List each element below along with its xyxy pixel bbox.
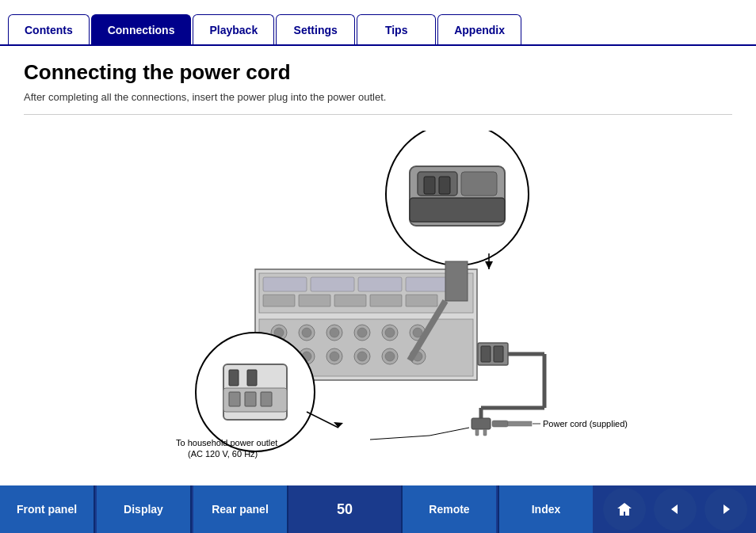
svg-rect-47 <box>508 421 532 426</box>
svg-rect-8 <box>334 295 366 306</box>
svg-rect-59 <box>245 392 256 406</box>
diagram-area: Power cord (supplied) To household power… <box>24 124 732 465</box>
svg-rect-45 <box>483 429 487 436</box>
svg-line-61 <box>307 412 338 428</box>
nav-icon-buttons <box>594 488 756 531</box>
svg-rect-71 <box>410 198 505 222</box>
svg-point-17 <box>330 328 339 337</box>
svg-point-21 <box>385 328 395 337</box>
svg-marker-75 <box>485 261 493 269</box>
svg-text:To household power outlet: To household power outlet <box>176 438 277 447</box>
page-subtitle: After completing all the connections, in… <box>24 91 732 115</box>
svg-rect-5 <box>406 277 449 291</box>
svg-text:Power cord (supplied): Power cord (supplied) <box>543 419 628 428</box>
svg-line-50 <box>370 436 430 440</box>
connection-diagram: Power cord (supplied) To household power… <box>101 131 655 459</box>
svg-rect-46 <box>492 421 508 427</box>
bottom-nav-right: Remote Index <box>401 485 756 533</box>
svg-rect-72 <box>445 261 468 301</box>
svg-text:(AC 120 V, 60 Hz): (AC 120 V, 60 Hz) <box>188 449 258 459</box>
tab-settings[interactable]: Settings <box>276 14 355 44</box>
page-number: 50 <box>321 485 368 533</box>
rear-panel-button[interactable]: Rear panel <box>193 485 288 533</box>
svg-point-33 <box>385 352 395 361</box>
svg-rect-6 <box>263 295 295 306</box>
tab-tips[interactable]: Tips <box>357 14 436 44</box>
index-button[interactable]: Index <box>498 485 593 533</box>
svg-rect-54 <box>229 370 239 386</box>
remote-button[interactable]: Remote <box>401 485 496 533</box>
svg-point-29 <box>330 352 339 361</box>
svg-rect-38 <box>494 346 503 362</box>
display-button[interactable]: Display <box>97 485 192 533</box>
tab-contents[interactable]: Contents <box>8 14 90 44</box>
svg-rect-44 <box>475 429 479 436</box>
forward-button[interactable] <box>704 488 747 531</box>
svg-rect-68 <box>461 172 497 196</box>
svg-rect-2 <box>263 277 307 291</box>
svg-rect-43 <box>472 418 491 429</box>
svg-rect-9 <box>370 295 402 306</box>
tab-playback[interactable]: Playback <box>193 14 274 44</box>
svg-line-51 <box>430 428 469 436</box>
svg-rect-10 <box>406 295 437 306</box>
tab-connections[interactable]: Connections <box>91 14 192 44</box>
svg-rect-69 <box>424 177 435 194</box>
bottom-navigation: Front panel Display Rear panel 50 Remote… <box>0 485 756 533</box>
svg-rect-55 <box>247 370 257 386</box>
navigation-tabs: Contents Connections Playback Settings T… <box>0 0 756 46</box>
svg-rect-37 <box>481 346 491 362</box>
svg-rect-70 <box>439 177 450 194</box>
tab-appendix[interactable]: Appendix <box>437 14 521 44</box>
svg-marker-62 <box>334 422 343 428</box>
back-button[interactable] <box>654 488 697 531</box>
home-button[interactable] <box>603 488 646 531</box>
svg-point-15 <box>302 328 311 337</box>
svg-point-19 <box>357 328 367 337</box>
svg-rect-4 <box>358 277 402 291</box>
svg-rect-60 <box>261 392 272 406</box>
svg-rect-3 <box>311 277 354 291</box>
front-panel-button[interactable]: Front panel <box>0 485 95 533</box>
svg-rect-58 <box>229 392 240 406</box>
bottom-nav-left: Front panel Display Rear panel <box>0 485 288 533</box>
svg-rect-7 <box>299 295 330 306</box>
svg-point-31 <box>357 352 367 361</box>
main-content: Connecting the power cord After completi… <box>0 46 756 473</box>
page-title: Connecting the power cord <box>24 60 732 85</box>
